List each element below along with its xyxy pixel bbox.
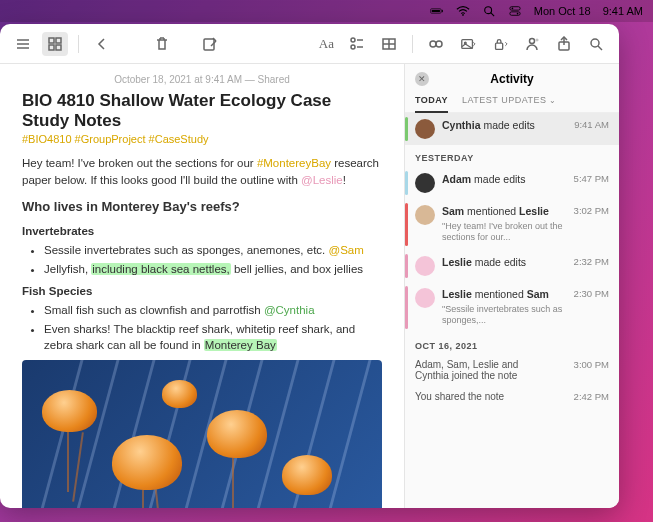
tab-latest-updates[interactable]: LATEST UPDATES⌄ [462,92,556,108]
avatar [415,205,435,225]
svg-rect-16 [56,45,61,50]
link-button[interactable] [423,32,449,56]
svg-rect-1 [432,10,440,12]
activity-item[interactable]: Adam, Sam, Leslie and Cynthia joined the… [405,355,619,387]
activity-item[interactable]: Adam made edits 5:47 PM [405,167,619,199]
compose-button[interactable] [197,32,223,56]
highlight: including black sea nettles, [91,263,230,275]
activity-panel: ✕ Activity TODAY LATEST UPDATES⌄ Cynthia… [404,64,619,508]
avatar [415,256,435,276]
note-content[interactable]: October 18, 2021 at 9:41 AM — Shared BIO… [0,64,404,508]
svg-line-5 [490,13,493,16]
svg-rect-8 [510,12,520,15]
svg-rect-13 [49,38,54,43]
lock-button[interactable] [487,32,513,56]
note-meta: October 18, 2021 at 9:41 AM — Shared [22,74,382,85]
svg-point-3 [462,14,464,16]
list-view-button[interactable] [10,32,36,56]
mention-cynthia[interactable]: @Cynthia [264,304,315,316]
heading-reefs: Who lives in Monterey Bay's reefs? [22,198,382,217]
svg-rect-6 [510,7,520,10]
media-button[interactable] [455,32,481,56]
format-button[interactable]: Aa [315,32,338,56]
wifi-icon [456,5,470,17]
mention-sam[interactable]: @Sam [328,244,363,256]
svg-rect-14 [56,38,61,43]
svg-rect-34 [496,43,503,49]
section-oct16: OCT 16, 2021 [405,333,619,355]
list-item: Jellyfish, including black sea nettles, … [44,261,382,278]
svg-point-31 [436,41,442,47]
jellyfish-image[interactable] [22,360,382,508]
activity-item[interactable]: Sam mentioned Leslie"Hey team! I've brok… [405,199,619,250]
toolbar: Aa [0,24,619,64]
search-button[interactable] [583,32,609,56]
avatar [415,173,435,193]
menubar-date[interactable]: Mon Oct 18 [534,5,591,17]
svg-point-9 [516,13,518,15]
activity-title: Activity [437,72,587,86]
battery-icon [430,5,444,17]
svg-point-41 [591,39,599,47]
share-button[interactable] [551,32,577,56]
note-intro: Hey team! I've broken out the sections f… [22,155,382,188]
avatar [415,288,435,308]
avatar [415,119,435,139]
search-icon[interactable] [482,5,496,17]
menubar-time[interactable]: 9:41 AM [603,5,643,17]
notes-window: Aa October 18, 2021 at 9:41 AM — Shared … [0,24,619,508]
svg-rect-2 [441,10,442,12]
note-title: BIO 4810 Shallow Water Ecology Case Stud… [22,91,382,131]
gallery-view-button[interactable] [42,32,68,56]
delete-button[interactable] [149,32,175,56]
checklist-button[interactable] [344,32,370,56]
mac-menubar: Mon Oct 18 9:41 AM [0,0,653,22]
list-item: Small fish such as clownfish and parrotf… [44,302,382,319]
svg-point-30 [430,41,436,47]
svg-point-23 [351,38,355,42]
activity-item[interactable]: Cynthia made edits 9:41 AM [405,113,619,145]
activity-item[interactable]: You shared the note 2:42 PM [405,387,619,408]
list-item: Even sharks! The blacktip reef shark, wh… [44,321,382,354]
list-item: Sessile invertebrates such as sponges, a… [44,242,382,259]
svg-line-42 [598,46,602,50]
control-center-icon[interactable] [508,5,522,17]
svg-rect-15 [49,45,54,50]
highlight: Monterey Bay [204,339,277,351]
svg-point-25 [351,45,355,49]
note-tags: #BIO4810 #GroupProject #CaseStudy [22,133,382,145]
heading-invertebrates: Invertebrates [22,223,382,240]
activity-item[interactable]: Leslie made edits 2:32 PM [405,250,619,282]
table-button[interactable] [376,32,402,56]
collaborate-button[interactable] [519,32,545,56]
svg-point-7 [511,8,513,10]
svg-point-35 [530,38,535,43]
section-yesterday: YESTERDAY [405,145,619,167]
activity-item[interactable]: Leslie mentioned Sam"Sessile invertebrat… [405,282,619,333]
close-activity-button[interactable]: ✕ [415,72,429,86]
hashtag-montereybay[interactable]: #MontereyBay [257,157,331,169]
svg-point-4 [484,7,491,14]
mention-leslie[interactable]: @Leslie [301,174,343,186]
heading-fish: Fish Species [22,283,382,300]
tab-today[interactable]: TODAY [415,92,448,113]
back-button[interactable] [89,32,115,56]
